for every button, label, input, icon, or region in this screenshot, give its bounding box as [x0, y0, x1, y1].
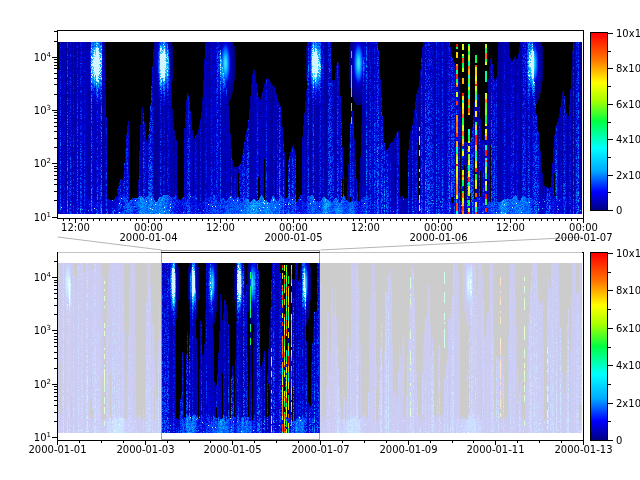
x-tick-label: 00:00 — [569, 222, 598, 233]
colorbar-tick-label: 2x107 — [616, 398, 640, 409]
colorbar-tick-label: 0 — [616, 205, 622, 216]
x-tick-label: 00:00 — [279, 222, 308, 233]
y-tick-label: 101 — [34, 432, 51, 443]
colorbar-tick-label: 10x107 — [616, 248, 640, 259]
y-tick-label: 103 — [34, 105, 51, 116]
x-tick-label: 12:00 — [206, 222, 235, 233]
colorbar-tick-label: 4x107 — [616, 134, 640, 145]
x-tick-label: 12:00 — [61, 222, 90, 233]
context-spectrogram-canvas[interactable] — [58, 263, 582, 433]
x-tick-label: 2000-01-05 — [203, 444, 261, 455]
x-tick-date-label: 2000-01-05 — [264, 232, 322, 243]
detail-colorbar — [591, 33, 607, 210]
x-tick-label: 00:00 — [134, 222, 163, 233]
x-tick-label: 2000-01-13 — [554, 444, 612, 455]
colorbar-tick-label: 8x107 — [616, 63, 640, 74]
y-tick-label: 101 — [34, 212, 51, 223]
colorbar-tick-label: 6x107 — [616, 323, 640, 334]
colorbar-tick-label: 2x107 — [616, 170, 640, 181]
x-tick-label: 12:00 — [351, 222, 380, 233]
context-colorbar — [591, 253, 607, 440]
spectrogram-figure: 12:0000:002000-01-0412:0000:002000-01-05… — [0, 0, 640, 480]
x-tick-label: 12:00 — [496, 222, 525, 233]
y-tick-label: 103 — [34, 325, 51, 336]
y-tick-label: 102 — [34, 379, 51, 390]
colorbar-tick-label: 0 — [616, 435, 622, 446]
colorbar-tick-label: 6x107 — [616, 99, 640, 110]
y-tick-label: 104 — [34, 52, 51, 63]
x-tick-date-label: 2000-01-06 — [409, 232, 467, 243]
x-tick-date-label: 2000-01-04 — [119, 232, 177, 243]
x-tick-label: 2000-01-11 — [466, 444, 524, 455]
x-tick-label: 2000-01-09 — [379, 444, 437, 455]
x-tick-date-label: 2000-01-07 — [554, 232, 612, 243]
x-tick-label: 2000-01-01 — [28, 444, 86, 455]
colorbar-tick-label: 4x107 — [616, 360, 640, 371]
y-tick-label: 104 — [34, 272, 51, 283]
zoom-selection-region[interactable] — [161, 250, 320, 440]
y-tick-label: 102 — [34, 158, 51, 169]
x-tick-label: 00:00 — [424, 222, 453, 233]
colorbar-tick-label: 10x107 — [616, 28, 640, 39]
colorbar-tick-label: 8x107 — [616, 285, 640, 296]
x-tick-label: 2000-01-07 — [291, 444, 349, 455]
x-tick-label: 2000-01-03 — [116, 444, 174, 455]
detail-spectrogram-canvas[interactable] — [58, 42, 582, 214]
